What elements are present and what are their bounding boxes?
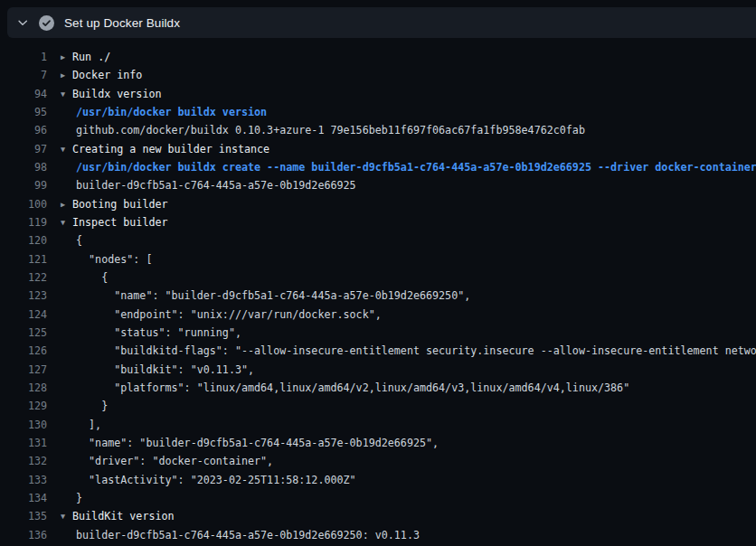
log-output-text: "nodes": [ — [76, 253, 152, 266]
group-label[interactable]: Buildx version — [72, 88, 162, 100]
group-label[interactable]: Inspect builder — [72, 216, 168, 229]
line-number[interactable]: 125 — [0, 326, 47, 339]
log-row: 100▶Booting builder — [0, 195, 756, 213]
log-row: 132 "driver": "docker-container", — [0, 452, 756, 470]
log-output-text: "driver": "docker-container", — [76, 455, 273, 467]
log-command-text: /usr/bin/docker buildx create --name bui… — [76, 161, 756, 174]
line-number[interactable]: 126 — [0, 344, 47, 357]
log-output-text: } — [76, 400, 108, 412]
line-number[interactable]: 119 — [0, 216, 47, 229]
log-command-text: /usr/bin/docker buildx version — [76, 106, 267, 118]
log-row: 95/usr/bin/docker buildx version — [0, 103, 756, 121]
log-row: 131 "name": "builder-d9cfb5a1-c764-445a-… — [0, 434, 756, 452]
log-output-text: builder-d9cfb5a1-c764-445a-a57e-0b19d2e6… — [76, 179, 356, 192]
log-output-text: "name": "builder-d9cfb5a1-c764-445a-a57e… — [76, 437, 439, 449]
log-output-text: "status": "running", — [76, 326, 241, 339]
log-row: 119▼Inspect builder — [0, 213, 756, 231]
line-number[interactable]: 123 — [0, 289, 47, 302]
log-output-text: ], — [76, 419, 101, 431]
log-row: 94▼Buildx version — [0, 85, 756, 103]
log-lines: 1▶Run ./7▶Docker info94▼Buildx version95… — [0, 38, 756, 544]
group-label[interactable]: Creating a new builder instance — [72, 143, 269, 155]
line-number[interactable]: 7 — [0, 69, 47, 81]
log-row: 120{ — [0, 231, 756, 249]
group-expanded-icon[interactable]: ▼ — [61, 89, 72, 99]
log-output-text: builder-d9cfb5a1-c764-445a-a57e-0b19d2e6… — [76, 529, 420, 541]
log-row: 129 } — [0, 397, 756, 415]
line-number[interactable]: 136 — [0, 529, 47, 541]
group-label[interactable]: Booting builder — [72, 198, 168, 211]
group-collapsed-icon[interactable]: ▶ — [61, 52, 72, 61]
line-number[interactable]: 1 — [0, 51, 47, 63]
check-circle-icon — [39, 15, 54, 31]
chevron-down-icon[interactable] — [15, 15, 30, 30]
line-number[interactable]: 130 — [0, 419, 47, 431]
line-number[interactable]: 134 — [0, 492, 47, 504]
line-number[interactable]: 122 — [0, 271, 47, 284]
group-label[interactable]: Docker info — [72, 69, 142, 81]
log-row: 134} — [0, 489, 756, 507]
line-number[interactable]: 135 — [0, 510, 47, 522]
log-row: 7▶Docker info — [0, 66, 756, 84]
log-row: 128 "platforms": "linux/amd64,linux/amd6… — [0, 379, 756, 397]
step-title: Set up Docker Buildx — [64, 16, 180, 30]
group-label[interactable]: BuildKit version — [72, 510, 175, 522]
log-row: 127 "buildkit": "v0.11.3", — [0, 361, 756, 379]
line-number[interactable]: 131 — [0, 437, 47, 449]
line-number[interactable]: 133 — [0, 474, 47, 486]
group-label[interactable]: Run ./ — [72, 51, 110, 63]
line-number[interactable]: 128 — [0, 381, 47, 394]
log-output-text: "name": "builder-d9cfb5a1-c764-445a-a57e… — [76, 289, 470, 302]
line-number[interactable]: 129 — [0, 400, 47, 412]
line-number[interactable]: 94 — [0, 88, 47, 100]
log-row: 123 "name": "builder-d9cfb5a1-c764-445a-… — [0, 287, 756, 305]
line-number[interactable]: 99 — [0, 179, 47, 192]
log-row: 136builder-d9cfb5a1-c764-445a-a57e-0b19d… — [0, 526, 756, 544]
line-number[interactable]: 95 — [0, 106, 47, 118]
group-collapsed-icon[interactable]: ▶ — [61, 71, 72, 80]
group-expanded-icon[interactable]: ▼ — [61, 218, 72, 227]
log-row: 1▶Run ./ — [0, 48, 756, 66]
log-output-text: "endpoint": "unix:///var/run/docker.sock… — [76, 308, 382, 321]
log-row: 98/usr/bin/docker buildx create --name b… — [0, 158, 756, 176]
log-row: 130 ], — [0, 416, 756, 434]
line-number[interactable]: 132 — [0, 455, 47, 467]
log-output-text: { — [76, 271, 108, 284]
log-row: 97▼Creating a new builder instance — [0, 140, 756, 158]
log-row: 96github.com/docker/buildx 0.10.3+azure-… — [0, 121, 756, 139]
log-row: 121 "nodes": [ — [0, 250, 756, 268]
log-row: 99builder-d9cfb5a1-c764-445a-a57e-0b19d2… — [0, 176, 756, 194]
group-expanded-icon[interactable]: ▼ — [61, 145, 72, 154]
log-row: 125 "status": "running", — [0, 324, 756, 342]
log-output-text: } — [76, 492, 82, 504]
line-number[interactable]: 124 — [0, 308, 47, 321]
line-number[interactable]: 121 — [0, 253, 47, 266]
log-output-text: github.com/docker/buildx 0.10.3+azure-1 … — [76, 124, 585, 136]
log-output-text: "lastActivity": "2023-02-25T11:58:12.000… — [76, 474, 356, 486]
line-number[interactable]: 96 — [0, 124, 47, 136]
line-number[interactable]: 127 — [0, 363, 47, 376]
line-number[interactable]: 98 — [0, 161, 47, 174]
group-collapsed-icon[interactable]: ▶ — [61, 200, 72, 209]
step-header[interactable]: Set up Docker Buildx — [7, 7, 756, 38]
group-expanded-icon[interactable]: ▼ — [61, 512, 72, 521]
line-number[interactable]: 97 — [0, 143, 47, 155]
log-row: 122 { — [0, 268, 756, 287]
log-row: 133 "lastActivity": "2023-02-25T11:58:12… — [0, 471, 756, 489]
log-output-text: "buildkitd-flags": "--allow-insecure-ent… — [76, 344, 756, 357]
log-output-text: "platforms": "linux/amd64,linux/amd64/v2… — [76, 381, 629, 394]
log-output-text: { — [76, 234, 82, 247]
log-output-text: "buildkit": "v0.11.3", — [76, 363, 254, 376]
line-number[interactable]: 100 — [0, 198, 47, 211]
log-row: 126 "buildkitd-flags": "--allow-insecure… — [0, 342, 756, 360]
line-number[interactable]: 120 — [0, 234, 47, 247]
log-row: 124 "endpoint": "unix:///var/run/docker.… — [0, 306, 756, 324]
log-row: 135▼BuildKit version — [0, 507, 756, 525]
